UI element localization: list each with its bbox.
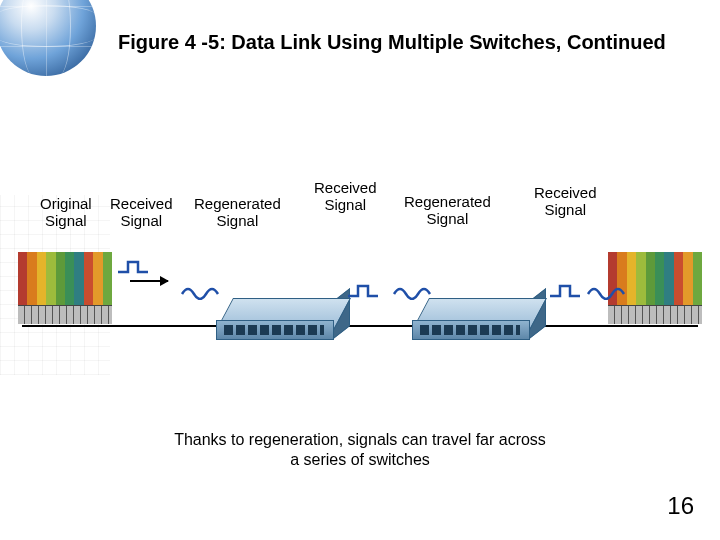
label-original: OriginalSignal: [40, 195, 92, 230]
label-received-1: ReceivedSignal: [110, 195, 173, 230]
switch-2: [412, 298, 544, 346]
signal-received-1-icon: [180, 282, 220, 300]
endpoint-left: [18, 252, 112, 324]
globe-icon: [0, 0, 96, 76]
label-received-2: ReceivedSignal: [314, 179, 377, 214]
direction-arrow-icon: [130, 280, 168, 282]
label-received-3: ReceivedSignal: [534, 184, 597, 219]
page-number: 16: [667, 492, 694, 520]
figure-caption: Thanks to regeneration, signals can trav…: [0, 430, 720, 470]
figure-title: Figure 4 -5: Data Link Using Multiple Sw…: [118, 30, 690, 55]
signal-regenerated-1-icon: [346, 282, 386, 300]
label-regenerated-2: RegeneratedSignal: [404, 193, 491, 228]
signal-regenerated-2-icon: [548, 282, 588, 300]
switch-1: [216, 298, 348, 346]
signal-original-icon: [116, 258, 156, 276]
signal-received-3-icon: [586, 282, 626, 300]
signal-received-2-icon: [392, 282, 432, 300]
label-regenerated-1: RegeneratedSignal: [194, 195, 281, 230]
diagram-area: OriginalSignal ReceivedSignal Regenerate…: [0, 190, 720, 420]
link-line: [22, 325, 698, 327]
globe-decoration: [0, 0, 126, 86]
